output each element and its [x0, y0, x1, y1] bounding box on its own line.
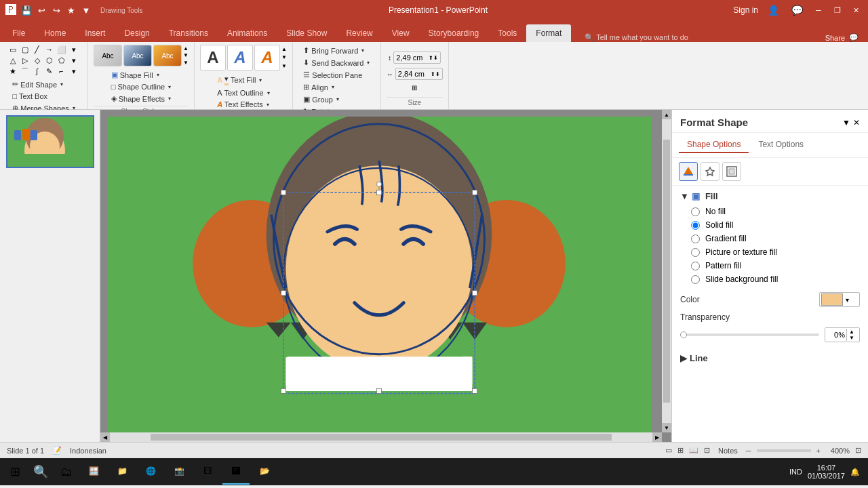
view-reading-btn[interactable]: 📖: [689, 446, 698, 455]
redo-button[interactable]: ↪: [50, 4, 62, 16]
wordart-down[interactable]: ▼: [281, 54, 287, 60]
radio-gradient-fill-input[interactable]: [691, 235, 700, 243]
view-presenter-btn[interactable]: ⊡: [704, 446, 710, 455]
size-expand-button[interactable]: ⊞: [412, 84, 417, 92]
transparency-up[interactable]: ▲: [847, 329, 856, 335]
fill-dropdown[interactable]: ▾: [157, 72, 159, 78]
slide-notes-icon[interactable]: 📝: [52, 446, 62, 455]
size-height-input[interactable]: 2,49 cm ⬆⬇: [393, 52, 441, 64]
shape-hex[interactable]: ⬡: [45, 56, 54, 65]
fp-icon-effects[interactable]: [701, 162, 719, 181]
hscroll-right[interactable]: ▶: [652, 432, 662, 442]
vscroll-down[interactable]: ▼: [662, 423, 671, 432]
close-button[interactable]: ✕: [850, 4, 863, 16]
transparency-value[interactable]: 0% ▲ ▼: [825, 327, 860, 342]
tab-view[interactable]: View: [382, 24, 419, 42]
tab-shape-options[interactable]: Shape Options: [679, 137, 749, 153]
bring-forward-button[interactable]: ⬆ Bring Forward ▾: [300, 45, 373, 56]
slide-1-thumbnail[interactable]: [6, 115, 94, 168]
size-w-spinner[interactable]: ⬆⬇: [431, 71, 440, 77]
wordart-more[interactable]: ▼: [281, 63, 287, 69]
bring-forward-dropdown[interactable]: ▾: [361, 47, 364, 54]
task-view-button[interactable]: 🗂: [54, 460, 79, 484]
shape-curve[interactable]: ∫: [33, 66, 42, 76]
view-normal-btn[interactable]: ▭: [665, 446, 672, 455]
share-button[interactable]: Share: [825, 34, 845, 42]
tab-text-options[interactable]: Text Options: [750, 137, 812, 153]
taskbar-notification[interactable]: 🔔: [850, 468, 860, 476]
customize-qat-button[interactable]: ▼: [80, 4, 92, 16]
shape-effects-button[interactable]: ◈ Shape Effects ▾: [108, 93, 174, 104]
vertical-scrollbar[interactable]: ▲ ▼: [662, 110, 671, 432]
zoom-in-btn[interactable]: +: [816, 447, 821, 455]
tab-tools[interactable]: Tools: [488, 24, 526, 42]
hscroll-left[interactable]: ◀: [100, 432, 110, 442]
radio-no-fill[interactable]: No fill: [691, 207, 860, 216]
text-effects-button[interactable]: A Text Effects ▾: [214, 99, 273, 110]
comments-button[interactable]: 💬: [849, 33, 859, 42]
size-width-input[interactable]: 2,84 cm ⬆⬇: [395, 68, 443, 80]
taskbar-media[interactable]: 🎞: [194, 459, 221, 485]
format-panel-close[interactable]: ✕: [853, 118, 860, 127]
text-fill-dropdown[interactable]: ▾: [259, 77, 262, 83]
taskbar-powerpoint[interactable]: 🅿: [222, 459, 250, 485]
taskbar-folder[interactable]: 📂: [251, 459, 278, 485]
shape-pent[interactable]: ⬠: [57, 56, 66, 65]
taskbar-windows[interactable]: 🪟: [80, 459, 107, 485]
signin-button[interactable]: Sign in: [733, 5, 758, 15]
radio-picture-fill-input[interactable]: [691, 248, 700, 257]
search-button[interactable]: 🔍: [28, 460, 53, 484]
size-h-spinner[interactable]: ⬆⬇: [429, 55, 438, 61]
group-button[interactable]: ▣ Group ▾: [300, 94, 373, 105]
restore-button[interactable]: ❐: [831, 4, 844, 16]
shape-tri[interactable]: △: [8, 56, 18, 65]
start-button[interactable]: ⊞: [3, 460, 27, 484]
zoom-out-btn[interactable]: ─: [746, 447, 751, 455]
shape-style-1[interactable]: Abc: [94, 45, 122, 66]
text-outline-dropdown[interactable]: ▾: [267, 90, 270, 96]
save-button[interactable]: 💾: [20, 4, 33, 16]
taskbar-photos[interactable]: 📸: [165, 459, 193, 485]
radio-picture-fill[interactable]: Picture or texture fill: [691, 247, 860, 257]
minimize-button[interactable]: ─: [812, 4, 825, 16]
outline-dropdown[interactable]: ▾: [168, 84, 171, 90]
shape-outline-button[interactable]: □ Shape Outline ▾: [108, 81, 174, 92]
tab-slideshow[interactable]: Slide Show: [277, 24, 336, 42]
shape-tri2[interactable]: ▷: [20, 56, 30, 65]
text-effects-dropdown[interactable]: ▾: [267, 102, 269, 108]
radio-slide-bg-input[interactable]: [691, 275, 700, 284]
tab-insert[interactable]: Insert: [75, 24, 115, 42]
tab-home[interactable]: Home: [35, 24, 75, 42]
transparency-slider[interactable]: [680, 333, 819, 336]
shape-rect2[interactable]: ▢: [20, 45, 30, 54]
align-button[interactable]: ⊞ Align ▾: [300, 81, 373, 93]
wordart-style-3[interactable]: A: [254, 45, 280, 70]
tab-file[interactable]: File: [3, 24, 35, 42]
text-outline-button[interactable]: A Text Outline ▾: [214, 87, 273, 98]
shape-styles-more[interactable]: ▼: [183, 60, 189, 66]
text-fill-button[interactable]: A ▾ Text Fill ▾: [214, 73, 273, 87]
taskbar-explorer[interactable]: 📁: [108, 459, 136, 485]
line-section-header[interactable]: ▶ Line: [680, 353, 860, 363]
comment-icon[interactable]: 💬: [791, 5, 803, 16]
shape-free[interactable]: ✎: [45, 66, 54, 76]
edit-shape-dropdown[interactable]: ▾: [60, 81, 63, 87]
radio-no-fill-input[interactable]: [691, 207, 700, 216]
transparency-down[interactable]: ▼: [847, 335, 856, 341]
vscroll-up[interactable]: ▲: [662, 110, 671, 119]
zoom-slider[interactable]: [757, 449, 811, 452]
share-icon[interactable]: 👤: [768, 5, 779, 16]
edit-shape-button[interactable]: ✏ Edit Shape ▾: [9, 79, 79, 90]
shape-fill-button[interactable]: ▣ Shape Fill ▾: [108, 69, 174, 81]
undo-button[interactable]: ↩: [35, 4, 47, 16]
tab-design[interactable]: Design: [115, 24, 159, 42]
notes-button[interactable]: Notes: [715, 447, 741, 455]
radio-solid-fill-input[interactable]: [691, 221, 700, 230]
shape-conn[interactable]: ⌐: [57, 66, 66, 76]
tab-review[interactable]: Review: [336, 24, 382, 42]
star-button[interactable]: ★: [65, 4, 77, 16]
horizontal-scrollbar[interactable]: ◀ ▶: [100, 432, 662, 442]
color-picker[interactable]: ▾: [819, 292, 860, 307]
radio-slide-bg[interactable]: Slide background fill: [691, 274, 860, 284]
tab-format[interactable]: Format: [526, 24, 571, 42]
